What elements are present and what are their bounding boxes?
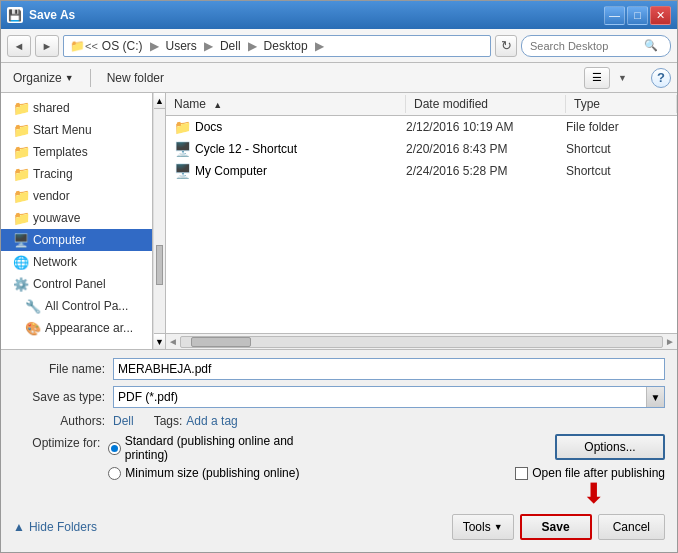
sidebar-item-shared[interactable]: 📁 shared <box>1 97 152 119</box>
filename-input[interactable] <box>113 358 665 380</box>
scroll-track <box>154 109 165 333</box>
file-date-cell: 2/12/2016 10:19 AM <box>406 120 566 134</box>
save-button[interactable]: Save <box>520 514 592 540</box>
hide-folders-button[interactable]: ▲ Hide Folders <box>13 516 97 538</box>
down-arrow-icon: ⬇ <box>582 480 605 508</box>
close-button[interactable]: ✕ <box>650 6 671 25</box>
scroll-up-button[interactable]: ▲ <box>154 93 165 109</box>
scroll-down-button[interactable]: ▼ <box>154 333 165 349</box>
folder-icon: 📁 <box>13 122 29 138</box>
control-panel-icon: ⚙️ <box>13 276 29 292</box>
refresh-button[interactable]: ↻ <box>495 35 517 57</box>
search-box: 🔍 <box>521 35 671 57</box>
sidebar-item-vendor[interactable]: 📁 vendor <box>1 185 152 207</box>
sidebar-item-label: shared <box>33 101 70 115</box>
path-separator-2: ▶ <box>204 39 213 53</box>
tools-button[interactable]: Tools ▼ <box>452 514 514 540</box>
bottom-form: File name: Save as type: PDF (*.pdf) ▼ A… <box>1 349 677 552</box>
path-separator-4: ▶ <box>315 39 324 53</box>
radio-standard-label: Standard (publishing online and printing… <box>125 434 329 462</box>
options-button[interactable]: Options... <box>555 434 665 460</box>
sidebar-item-computer[interactable]: 🖥️ Computer <box>1 229 152 251</box>
address-bar: ◄ ► 📁 << OS (C:) ▶ Users ▶ Dell ▶ Deskto… <box>1 29 677 63</box>
file-type-cell: Shortcut <box>566 142 677 156</box>
maximize-button[interactable]: □ <box>627 6 648 25</box>
organize-button[interactable]: Organize ▼ <box>7 69 80 87</box>
sidebar-item-tracing[interactable]: 📁 Tracing <box>1 163 152 185</box>
folder-icon: 📁 <box>13 144 29 160</box>
path-dell: Dell <box>220 39 241 53</box>
add-tag-link[interactable]: Add a tag <box>186 414 237 428</box>
file-name: My Computer <box>195 164 267 178</box>
arrow-indicator: ⬇ <box>13 480 665 508</box>
minimize-button[interactable]: — <box>604 6 625 25</box>
sidebar: 📁 shared 📁 Start Menu 📁 Templates 📁 Trac… <box>1 93 153 349</box>
organize-label: Organize <box>13 71 62 85</box>
back-button[interactable]: ◄ <box>7 35 31 57</box>
radio-standard[interactable]: Standard (publishing online and printing… <box>108 434 329 462</box>
file-row[interactable]: 🖥️ My Computer 2/24/2016 5:28 PM Shortcu… <box>166 160 677 182</box>
view-button[interactable]: ☰ <box>584 67 610 89</box>
search-input[interactable] <box>530 40 640 52</box>
sidebar-item-templates[interactable]: 📁 Templates <box>1 141 152 163</box>
horizontal-scrollbar[interactable]: ◄ ► <box>166 333 677 349</box>
help-button[interactable]: ? <box>651 68 671 88</box>
hscroll-thumb[interactable] <box>191 337 251 347</box>
sidebar-item-label: Templates <box>33 145 88 159</box>
window-title: Save As <box>29 8 604 22</box>
sidebar-item-label: Appearance ar... <box>45 321 133 335</box>
radio-minimum[interactable]: Minimum size (publishing online) <box>108 466 329 480</box>
folder-icon: 📁 <box>13 166 29 182</box>
filename-label: File name: <box>13 362 113 376</box>
folder-icon: 📁 <box>13 188 29 204</box>
column-name[interactable]: Name ▲ <box>166 95 406 113</box>
savetype-dropdown[interactable]: PDF (*.pdf) ▼ <box>113 386 665 408</box>
sort-icon: ▲ <box>213 100 222 110</box>
window-controls: — □ ✕ <box>604 6 671 25</box>
filename-row: File name: <box>13 358 665 380</box>
title-bar: 💾 Save As — □ ✕ <box>1 1 677 29</box>
cancel-button[interactable]: Cancel <box>598 514 665 540</box>
file-name: Cycle 12 - Shortcut <box>195 142 297 156</box>
file-list-header: Name ▲ Date modified Type <box>166 93 677 116</box>
open-after-checkbox[interactable] <box>515 467 528 480</box>
sidebar-item-label: Tracing <box>33 167 73 181</box>
sidebar-item-label: Control Panel <box>33 277 106 291</box>
savetype-dropdown-arrow[interactable]: ▼ <box>646 387 664 407</box>
sidebar-scrollbar[interactable]: ▲ ▼ <box>153 93 165 349</box>
sidebar-item-label: Computer <box>33 233 86 247</box>
optimize-left: Optimize for: Standard (publishing onlin… <box>13 434 329 480</box>
file-name-cell: 🖥️ Cycle 12 - Shortcut <box>166 141 406 157</box>
tags-label: Tags: <box>154 414 183 428</box>
new-folder-label: New folder <box>107 71 164 85</box>
file-shortcut-icon: 🖥️ <box>174 141 191 157</box>
sidebar-item-appearance[interactable]: 🎨 Appearance ar... <box>1 317 152 339</box>
sidebar-item-all-control[interactable]: 🔧 All Control Pa... <box>1 295 152 317</box>
file-list-container: Name ▲ Date modified Type 📁 Docs <box>166 93 677 349</box>
authors-value[interactable]: Dell <box>113 414 134 428</box>
path-separator-3: ▶ <box>248 39 257 53</box>
forward-button[interactable]: ► <box>35 35 59 57</box>
column-type[interactable]: Type <box>566 95 677 113</box>
sidebar-item-youwave[interactable]: 📁 youwave <box>1 207 152 229</box>
file-row[interactable]: 🖥️ Cycle 12 - Shortcut 2/20/2016 8:43 PM… <box>166 138 677 160</box>
hscroll-track <box>180 336 663 348</box>
scroll-thumb[interactable] <box>156 245 163 285</box>
meta-row: Authors: Dell Tags: Add a tag <box>13 414 665 428</box>
radio-standard-circle <box>108 442 120 455</box>
path-users: Users <box>166 39 197 53</box>
savetype-row: Save as type: PDF (*.pdf) ▼ <box>13 386 665 408</box>
path-desktop: Desktop <box>264 39 308 53</box>
optimize-section: Optimize for: Standard (publishing onlin… <box>13 434 665 480</box>
new-folder-button[interactable]: New folder <box>101 69 170 87</box>
column-date[interactable]: Date modified <box>406 95 566 113</box>
address-path[interactable]: 📁 << OS (C:) ▶ Users ▶ Dell ▶ Desktop ▶ <box>63 35 491 57</box>
sidebar-item-control-panel[interactable]: ⚙️ Control Panel <box>1 273 152 295</box>
folder-icon: 📁 <box>13 210 29 226</box>
file-row[interactable]: 📁 Docs 2/12/2016 10:19 AM File folder <box>166 116 677 138</box>
main-area: 📁 shared 📁 Start Menu 📁 Templates 📁 Trac… <box>1 93 677 349</box>
sidebar-item-network[interactable]: 🌐 Network <box>1 251 152 273</box>
sidebar-item-start-menu[interactable]: 📁 Start Menu <box>1 119 152 141</box>
tools-arrow-icon: ▼ <box>494 522 503 532</box>
sidebar-item-label: All Control Pa... <box>45 299 128 313</box>
